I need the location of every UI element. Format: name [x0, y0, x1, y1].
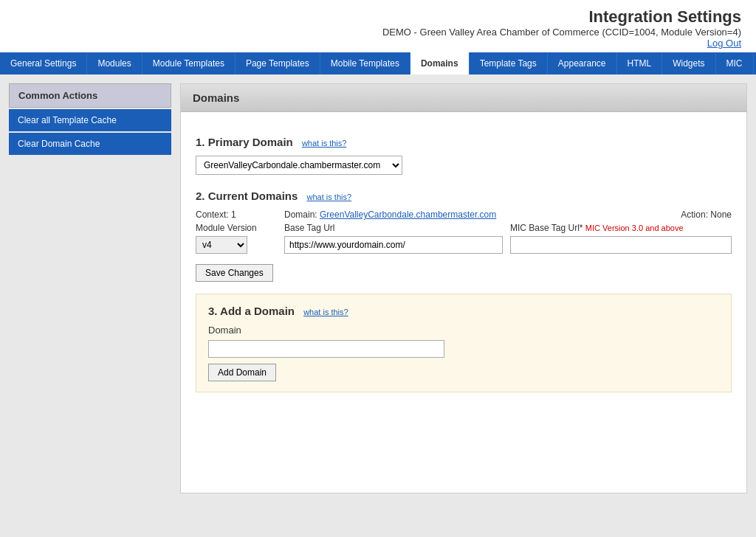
mic-base-tag-label: MIC Base Tag Url* MIC Version 3.0 and ab…	[510, 223, 732, 233]
primary-domain-select[interactable]: GreenValleyCarbondale.chambermaster.com	[196, 156, 402, 175]
base-tag-label: Base Tag Url	[284, 223, 503, 233]
sidebar: Common Actions Clear all Template CacheC…	[9, 83, 171, 493]
section2-title-text: 2. Current Domains	[196, 190, 298, 202]
content-header: Domains	[181, 84, 746, 112]
mic-note-text: MIC Version 3.0 and above	[585, 224, 684, 232]
domain-row-inputs: Module Version v4v3v2v1 Base Tag Url MIC…	[196, 223, 732, 254]
logout-anchor[interactable]: Log Out	[707, 38, 741, 49]
section1-title: 1. Primary Domain what is this?	[196, 136, 732, 148]
module-version-select[interactable]: v4v3v2v1	[196, 236, 247, 254]
add-domain-button[interactable]: Add Domain	[208, 364, 276, 381]
mic-base-tag-label-text: MIC Base Tag Url*	[510, 223, 583, 233]
tab-general-settings[interactable]: General Settings	[0, 52, 87, 75]
tab-mic[interactable]: MIC	[716, 52, 754, 75]
add-domain-section: 3. Add a Domain what is this? Domain Add…	[196, 294, 732, 392]
domain-label-row: Domain: GreenValleyCarbondale.chambermas…	[284, 209, 658, 220]
tab-mobile-templates[interactable]: Mobile Templates	[320, 52, 410, 75]
tab-appearance[interactable]: Appearance	[548, 52, 617, 75]
nav-tabs: General SettingsModulesModule TemplatesP…	[0, 52, 756, 75]
sidebar-btn-clear-all-cache[interactable]: Clear all Template Cache	[9, 109, 171, 131]
domain-row-labels: Context: 1 Domain: GreenValleyCarbondale…	[196, 209, 732, 220]
module-version-label: Module Version	[196, 223, 284, 233]
mic-base-tag-col: MIC Base Tag Url* MIC Version 3.0 and ab…	[510, 223, 732, 254]
base-tag-col: Base Tag Url	[284, 223, 510, 254]
tab-modules[interactable]: Modules	[87, 52, 142, 75]
page-subtitle: DEMO - Green Valley Area Chamber of Comm…	[15, 27, 741, 38]
logout-link[interactable]: Log Out	[15, 38, 741, 49]
save-changes-button[interactable]: Save Changes	[196, 264, 273, 282]
tab-widgets[interactable]: Widgets	[662, 52, 715, 75]
section3-title-text: 3. Add a Domain	[208, 305, 295, 317]
tab-domains[interactable]: Domains	[410, 52, 470, 75]
sidebar-btn-clear-domain-cache[interactable]: Clear Domain Cache	[9, 133, 171, 155]
tab-module-templates[interactable]: Module Templates	[142, 52, 236, 75]
module-version-col: Module Version v4v3v2v1	[196, 223, 284, 254]
section2-what-is-this[interactable]: what is this?	[307, 193, 352, 201]
domain-link[interactable]: GreenValleyCarbondale.chambermaster.com	[320, 209, 496, 220]
page-title: Integration Settings	[15, 7, 741, 27]
current-domains-grid: Context: 1 Domain: GreenValleyCarbondale…	[196, 209, 732, 282]
base-tag-input[interactable]	[284, 236, 503, 254]
action-label: Action: None	[658, 209, 732, 220]
tab-html[interactable]: HTML	[617, 52, 663, 75]
section2-title: 2. Current Domains what is this?	[196, 190, 732, 202]
section3-title: 3. Add a Domain what is this?	[208, 305, 719, 317]
content-body: 1. Primary Domain what is this? GreenVal…	[181, 112, 746, 404]
section1-title-text: 1. Primary Domain	[196, 136, 293, 148]
section3-what-is-this[interactable]: what is this?	[303, 308, 348, 316]
content-panel: Domains 1. Primary Domain what is this? …	[180, 83, 747, 493]
tab-template-tags[interactable]: Template Tags	[470, 52, 548, 75]
domain-field-label: Domain	[208, 325, 719, 336]
context-label: Context: 1	[196, 209, 284, 220]
add-domain-input[interactable]	[208, 340, 444, 358]
domain-label-text: Domain:	[284, 209, 317, 220]
section1-what-is-this[interactable]: what is this?	[302, 139, 347, 148]
main-layout: Common Actions Clear all Template CacheC…	[0, 75, 756, 502]
page-header: Integration Settings DEMO - Green Valley…	[0, 0, 756, 52]
tab-page-templates[interactable]: Page Templates	[236, 52, 320, 75]
common-actions-header: Common Actions	[9, 83, 171, 108]
mic-base-tag-input[interactable]	[510, 236, 732, 254]
